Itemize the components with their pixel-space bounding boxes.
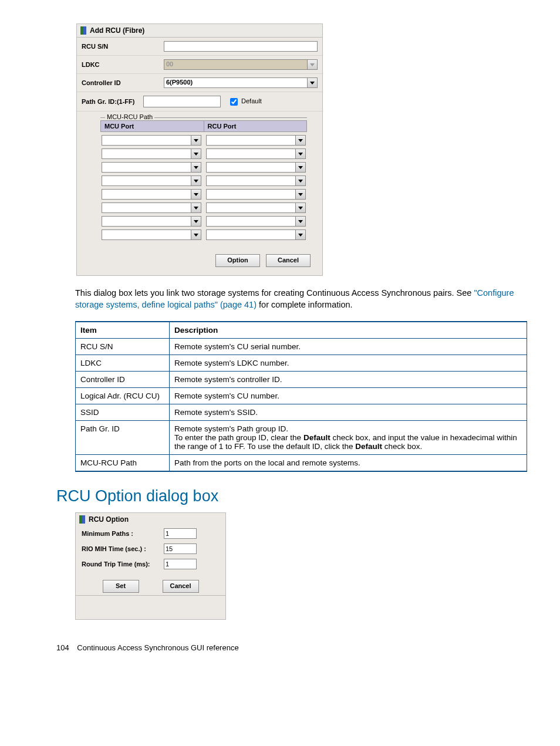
cancel-button[interactable]: Cancel [266,254,311,267]
rcu-port-select[interactable] [206,202,306,213]
chevron-down-icon[interactable] [295,190,305,199]
mcu-port-select[interactable] [102,202,201,213]
rcu-port-select[interactable] [206,148,306,159]
chevron-down-icon[interactable] [295,149,305,158]
page-footer: 104 Continuous Access Synchronous GUI re… [56,643,525,652]
description-paragraph: This dialog box lets you link two storag… [75,288,527,310]
rcu-port-select[interactable] [206,162,306,173]
chevron-down-icon[interactable] [191,230,201,239]
mcu-port-select[interactable] [102,135,201,146]
chevron-down-icon[interactable] [191,163,201,172]
table-cell: Remote system's Path group ID. To enter … [170,421,527,455]
rcu-port-select[interactable] [206,189,306,200]
chevron-down-icon[interactable] [191,217,201,226]
controller-id-select[interactable]: 6(P9500) [164,77,318,88]
chevron-down-icon[interactable] [295,203,305,212]
chevron-down-icon [307,60,317,69]
chevron-down-icon[interactable] [295,163,305,172]
path-gr-label: Path Gr. ID:(1-FF) [82,98,143,105]
ldkc-select: 00 [164,59,318,70]
table-cell: MCU-RCU Path [76,455,170,472]
option-button[interactable]: Option [215,254,260,267]
default-checkbox[interactable] [230,98,238,106]
table-cell: Controller ID [76,372,170,388]
chevron-down-icon[interactable] [307,78,317,87]
chevron-down-icon[interactable] [191,149,201,158]
table-cell: LDKC [76,355,170,372]
min-paths-label: Minimum Paths : [82,530,164,537]
th-item: Item [76,322,170,339]
rio-input[interactable] [164,544,197,554]
rcu-port-header: RCU Port [204,121,307,131]
rcu-port-select[interactable] [206,135,306,146]
table-cell: Path from the ports on the local and rem… [170,455,527,472]
title-icon [79,515,85,524]
rcu-port-select[interactable] [206,216,306,227]
rcu-port-select[interactable] [206,175,306,186]
items-table: Item Description RCU S/NRemote system's … [75,321,527,472]
mcu-port-select[interactable] [102,175,201,186]
chevron-down-icon[interactable] [191,190,201,199]
table-cell: Remote system's SSID. [170,404,527,421]
mcu-port-select[interactable] [102,216,201,227]
rcu-port-select[interactable] [206,229,306,240]
mcu-port-header: MCU Port [101,121,204,131]
table-cell: Logical Adr. (RCU CU) [76,388,170,404]
rcu-sn-label: RCU S/N [82,43,164,50]
title-icon [80,26,86,35]
chevron-down-icon[interactable] [191,203,201,212]
table-cell: Remote system's CU serial number. [170,339,527,355]
default-checkbox-label[interactable]: Default [228,96,262,107]
table-cell: Remote system's CU number. [170,388,527,404]
chevron-down-icon[interactable] [295,136,305,145]
table-cell: Path Gr. ID [76,421,170,455]
rtt-input[interactable] [164,559,197,569]
chevron-down-icon[interactable] [295,230,305,239]
page-number: 104 [56,643,69,652]
th-desc: Description [170,322,527,339]
add-rcu-dialog: Add RCU (Fibre) RCU S/N LDKC 00 Controll… [76,23,323,276]
table-cell: RCU S/N [76,339,170,355]
mcu-port-select[interactable] [102,189,201,200]
rcu-sn-input[interactable] [164,41,318,52]
dialog-title: Add RCU (Fibre) [77,24,322,38]
section-heading: RCU Option dialog box [56,487,525,505]
chevron-down-icon[interactable] [295,217,305,226]
table-cell: Remote system's LDKC number. [170,355,527,372]
ldkc-label: LDKC [82,61,164,68]
ports-body [100,135,307,240]
rio-label: RIO MIH Time (sec.) : [82,545,164,552]
chevron-down-icon[interactable] [191,176,201,185]
table-cell: Remote system's controller ID. [170,372,527,388]
mcu-rcu-legend: MCU-RCU Path [105,113,154,120]
chevron-down-icon[interactable] [191,136,201,145]
cancel-button[interactable]: Cancel [163,580,199,593]
path-gr-input[interactable] [143,96,221,107]
rcu-option-dialog: RCU Option Minimum Paths : RIO MIH Time … [75,512,226,620]
chevron-down-icon[interactable] [295,176,305,185]
mcu-port-select[interactable] [102,162,201,173]
rtt-label: Round Trip Time (ms): [82,561,164,568]
dialog2-title: RCU Option [76,513,225,526]
set-button[interactable]: Set [103,580,139,593]
title-text: Add RCU (Fibre) [90,26,144,35]
table-cell: SSID [76,404,170,421]
min-paths-input[interactable] [164,528,197,539]
footer-text: Continuous Access Synchronous GUI refere… [77,643,238,652]
mcu-port-select[interactable] [102,229,201,240]
controller-id-label: Controller ID [82,79,164,86]
mcu-port-select[interactable] [102,148,201,159]
